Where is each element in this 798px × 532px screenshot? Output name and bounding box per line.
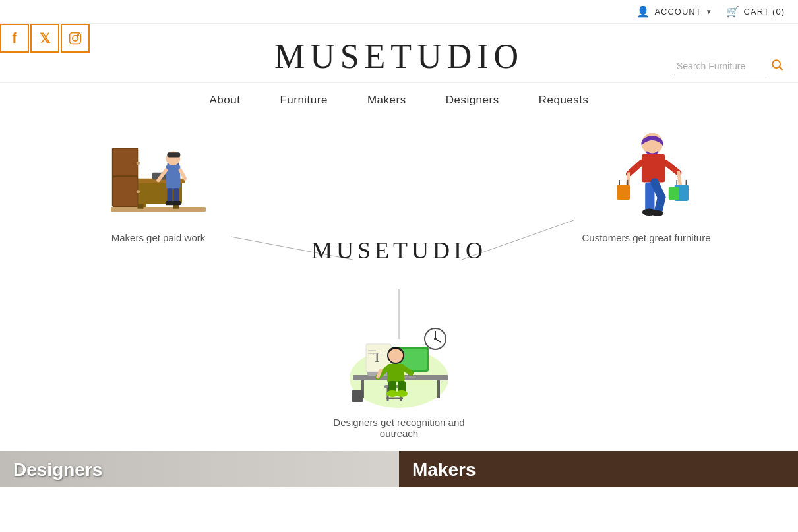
twitter-icon[interactable]: 𝕏	[30, 24, 59, 53]
svg-text:T: T	[373, 349, 382, 365]
svg-point-1	[73, 36, 78, 41]
search-button[interactable]	[769, 57, 785, 76]
designer-label: Designers get recognition and outreach	[320, 417, 478, 439]
svg-line-26	[180, 170, 185, 179]
svg-rect-35	[617, 185, 630, 200]
maker-label: Makers get paid work	[92, 232, 224, 243]
customer-box: Customers get great furniture	[574, 121, 719, 243]
makers-label: Makers	[412, 459, 476, 481]
site-logo: MUSETUDIO	[274, 37, 524, 76]
nav-requests[interactable]: Requests	[539, 94, 589, 107]
cart-label: CART (0)	[744, 7, 785, 16]
svg-rect-24	[168, 152, 181, 157]
facebook-icon[interactable]: f	[0, 24, 29, 53]
nav-furniture[interactable]: Furniture	[280, 94, 328, 107]
svg-point-78	[396, 390, 408, 397]
svg-rect-27	[168, 188, 173, 203]
about-diagram: MUSETUDIO	[0, 115, 798, 444]
svg-line-4	[780, 67, 783, 71]
svg-rect-22	[166, 165, 181, 188]
account-label: ACCOUNT	[654, 7, 701, 16]
svg-point-46	[652, 210, 663, 216]
maker-box: Makers get paid work	[92, 128, 224, 243]
main-nav: About Furniture Makers Designers Request…	[0, 82, 798, 115]
svg-rect-71	[387, 364, 404, 382]
nav-makers[interactable]: Makers	[367, 94, 406, 107]
svg-rect-18	[113, 177, 138, 206]
svg-point-20	[137, 190, 140, 193]
makers-section[interactable]: Makers	[399, 451, 798, 487]
diagram-center-logo: MUSETUDIO	[311, 237, 487, 264]
svg-rect-59	[404, 376, 416, 378]
svg-rect-32	[642, 154, 665, 183]
svg-line-33	[629, 162, 642, 174]
caret-icon: ▼	[706, 8, 713, 15]
svg-point-3	[772, 60, 780, 68]
svg-rect-8	[111, 207, 206, 212]
svg-line-38	[665, 162, 678, 173]
cart-icon: 🛒	[726, 5, 740, 18]
svg-rect-43	[669, 187, 679, 200]
designers-label: Designers	[13, 459, 102, 481]
designer-box: T	[320, 299, 478, 439]
svg-point-64	[434, 338, 437, 340]
account-button[interactable]: 👤 ACCOUNT ▼	[636, 5, 712, 18]
svg-rect-30	[173, 201, 181, 205]
svg-rect-28	[173, 188, 179, 203]
nav-about[interactable]: About	[209, 94, 240, 107]
svg-rect-29	[166, 201, 174, 205]
svg-point-2	[78, 35, 79, 36]
social-icons: f 𝕏	[0, 24, 91, 53]
top-bar: 👤 ACCOUNT ▼ 🛒 CART (0)	[0, 0, 798, 24]
svg-rect-17	[113, 149, 138, 175]
svg-rect-51	[352, 390, 363, 402]
designers-section[interactable]: Designers	[0, 451, 399, 487]
svg-point-19	[137, 162, 140, 165]
svg-rect-0	[70, 33, 81, 44]
bottom-sections: Designers Makers	[0, 451, 798, 487]
nav-designers[interactable]: Designers	[446, 94, 499, 107]
person-icon: 👤	[636, 5, 650, 18]
svg-line-39	[679, 173, 681, 186]
cart-button[interactable]: 🛒 CART (0)	[726, 5, 785, 18]
search-input[interactable]	[674, 58, 766, 74]
instagram-icon[interactable]	[61, 24, 90, 53]
customer-label: Customers get great furniture	[574, 232, 719, 243]
search-area	[674, 57, 785, 76]
